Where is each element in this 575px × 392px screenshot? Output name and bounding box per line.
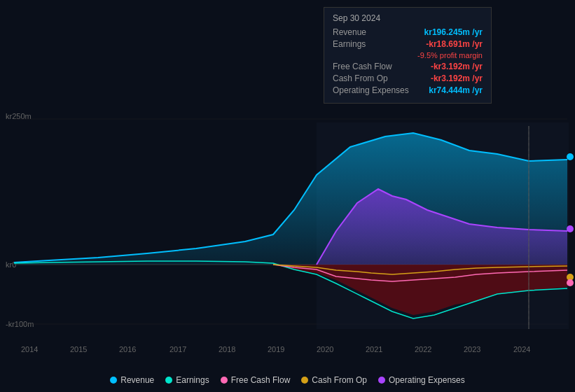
legend-dot-revenue	[110, 377, 117, 384]
legend-cashfromop[interactable]: Cash From Op	[301, 375, 367, 385]
opex-value: kr74.444m /yr	[429, 85, 483, 95]
fcf-label: Free Cash Flow	[333, 62, 392, 71]
chart-legend: Revenue Earnings Free Cash Flow Cash Fro…	[0, 375, 575, 385]
legend-dot-opex	[378, 377, 385, 384]
legend-revenue[interactable]: Revenue	[110, 375, 154, 385]
legend-dot-cashfromop	[301, 377, 308, 384]
revenue-label: Revenue	[333, 27, 366, 37]
profit-margin: -9.5% profit margin	[333, 51, 483, 59]
revenue-dot	[567, 153, 574, 160]
earnings-label: Earnings	[333, 39, 366, 49]
tooltip-cashfromop: Cash From Op -kr3.192m /yr	[333, 74, 483, 83]
legend-label-earnings: Earnings	[176, 375, 209, 385]
chart-container: Sep 30 2024 Revenue kr196.245m /yr Earni…	[0, 0, 575, 392]
opex-label: Operating Expenses	[333, 85, 409, 95]
tooltip-fcf: Free Cash Flow -kr3.192m /yr	[333, 62, 483, 71]
cashfromop-value: -kr3.192m /yr	[431, 74, 483, 83]
tooltip-opex: Operating Expenses kr74.444m /yr	[333, 85, 483, 95]
legend-earnings[interactable]: Earnings	[165, 375, 209, 385]
legend-dot-earnings	[165, 377, 172, 384]
fcf-dot	[567, 279, 574, 286]
revenue-value: kr196.245m /yr	[424, 27, 483, 37]
legend-label-cashfromop: Cash From Op	[312, 375, 367, 385]
legend-dot-fcf	[221, 377, 228, 384]
legend-opex[interactable]: Operating Expenses	[378, 375, 465, 385]
legend-fcf[interactable]: Free Cash Flow	[221, 375, 291, 385]
legend-label-fcf: Free Cash Flow	[231, 375, 291, 385]
fcf-value: -kr3.192m /yr	[431, 62, 483, 71]
legend-label-opex: Operating Expenses	[389, 375, 465, 385]
tooltip-earnings: Earnings -kr18.691m /yr	[333, 39, 483, 49]
tooltip-panel: Sep 30 2024 Revenue kr196.245m /yr Earni…	[324, 7, 492, 104]
legend-label-revenue: Revenue	[120, 375, 154, 385]
opex-dot	[567, 225, 574, 232]
tooltip-date: Sep 30 2024	[333, 13, 483, 23]
earnings-value: -kr18.691m /yr	[426, 39, 483, 49]
cashfromop-label: Cash From Op	[333, 74, 388, 83]
tooltip-revenue: Revenue kr196.245m /yr	[333, 27, 483, 37]
